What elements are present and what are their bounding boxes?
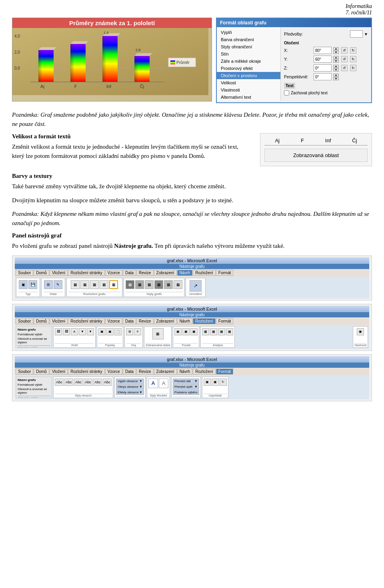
menu-styly[interactable]: Styly ohraničení (217, 43, 280, 50)
nazev-grafu-btn-2[interactable]: ▼ (79, 328, 86, 335)
tab-revize-3[interactable]: Revize (136, 369, 154, 375)
tab-rozlozeni-stranky-3[interactable]: Rozložení stránky (68, 369, 104, 375)
formatovat-vyber-3[interactable]: Formátovat výběr (18, 383, 50, 387)
tab-data-2[interactable]: Data (123, 318, 136, 324)
nazvy-os-btn-2[interactable]: ▼ (87, 328, 94, 335)
rozl-btn3[interactable]: ▦ (90, 280, 99, 289)
zachovat-checkbox[interactable] (284, 90, 289, 96)
rozl-btn4[interactable]: ▦ (100, 280, 108, 289)
skupina-btn[interactable]: ▣ (212, 379, 219, 386)
abc-btn3[interactable]: Abc (74, 379, 83, 386)
styl-btn2[interactable]: ▦ (135, 280, 144, 289)
tab-soubor-1[interactable]: Soubor (16, 270, 33, 276)
tab-vlozeni-2[interactable]: Vložení (50, 318, 68, 324)
z-spinner[interactable]: ▲ ▼ (333, 65, 339, 72)
tab-zobrazeni-3[interactable]: Zobrazení (154, 369, 177, 375)
persp-down[interactable]: ▼ (333, 77, 339, 80)
x-btn1[interactable]: ↺ (341, 47, 348, 54)
spojnice-btn-2[interactable]: ▦ (202, 328, 209, 335)
vypln-btn-3[interactable]: Výplň obrazce▼ (116, 379, 144, 384)
oblast-btn-2[interactable]: ▦ (152, 328, 164, 339)
menu-vlastnosti[interactable]: Vlastnosti (217, 86, 280, 94)
tab-rozlozeni-1[interactable]: Rozložení stránky (68, 270, 104, 276)
menu-velikost[interactable]: Velikost (217, 79, 280, 86)
obrys-btn-3[interactable]: Obrys obrazce▼ (116, 384, 144, 389)
data-btn1[interactable]: ⊞ (44, 280, 53, 289)
data-btn2[interactable]: ✎ (54, 280, 62, 289)
tab-format-2[interactable]: Formát (216, 318, 234, 324)
tab-format-3-active[interactable]: Formát (216, 369, 234, 375)
zmenit-typ-btn[interactable]: ▣ (19, 280, 28, 289)
obrazek-btn-2[interactable]: 🖼 (55, 328, 62, 335)
z-btn2[interactable]: ↻ (350, 65, 356, 71)
z-btn1[interactable]: ↺ (341, 65, 348, 71)
x-input[interactable] (314, 47, 332, 54)
y-btn2[interactable]: ↻ (350, 56, 356, 62)
menu-prostorovy[interactable]: Prostorový efekt (217, 65, 280, 72)
rozl-btn5-active[interactable]: ▦ (109, 280, 118, 289)
text-btn-2[interactable]: A (71, 328, 78, 335)
otocit-btn[interactable]: ↻ (220, 379, 227, 386)
zarovnat-btn[interactable]: ▣ (204, 379, 211, 386)
menu-alternativni[interactable]: Alternativní text (217, 94, 280, 101)
persp-spinner[interactable]: ▲ ▼ (333, 74, 339, 80)
rozl-btn1[interactable]: ▦ (71, 280, 80, 289)
z-input[interactable] (314, 64, 332, 72)
osy-btn-2[interactable]: ⊞ (126, 328, 133, 335)
obnovit-3[interactable]: Obnovit a srovnat se stylem (18, 387, 50, 395)
tab-domu-3[interactable]: Domů (34, 369, 49, 375)
tab-zobrazeni-1[interactable]: Zobrazení (154, 270, 177, 276)
rozl-btn2[interactable]: ▦ (80, 280, 89, 289)
tab-format-1[interactable]: Formát (216, 270, 234, 276)
tab-navrh-3[interactable]: Návrh (177, 369, 193, 375)
styl-btn1[interactable]: ▦ (126, 280, 134, 289)
legenda-btn-2[interactable]: ▣ (98, 328, 106, 335)
tab-vlozeni-3[interactable]: Vložení (50, 369, 68, 375)
sloupce-btn-2[interactable]: ▦ (218, 328, 225, 335)
styl-btn5[interactable]: ▦ (164, 280, 173, 289)
y-down[interactable]: ▼ (333, 60, 339, 63)
abc-btn5[interactable]: Abc (93, 379, 102, 386)
chybove-btn-2[interactable]: ▦ (226, 328, 233, 335)
perspektivne-input[interactable] (314, 73, 332, 80)
ulozit-sablonu-btn[interactable]: 💾 (28, 280, 37, 289)
tab-domu-2[interactable]: Domů (34, 318, 49, 324)
wordart-a1[interactable]: A (148, 379, 158, 388)
wordart-a2[interactable]: A (159, 379, 168, 388)
tab-vzorce-2[interactable]: Vzorce (105, 318, 122, 324)
tab-rozlozeni-grafu-1[interactable]: Rozložení (193, 270, 215, 276)
efekty-btn-3[interactable]: Efekty obrazce▼ (116, 390, 144, 395)
prenest-zpet-btn[interactable]: Přenést zpět▼ (173, 384, 199, 389)
tab-data-1[interactable]: Data (123, 270, 136, 276)
y-up[interactable]: ▲ (333, 56, 339, 59)
obrazek2-btn-2[interactable]: 🖼 (63, 328, 70, 335)
abc-btn2[interactable]: Abc (64, 379, 73, 386)
obnovit-2[interactable]: Obnovit a srovnat se stylem (18, 337, 50, 345)
stena-btn-2[interactable]: ▣ (174, 328, 182, 335)
prenest-dal-btn[interactable]: Přenést dál▼ (173, 379, 199, 384)
predvolby-input[interactable] (350, 30, 363, 38)
formatovat-vyber-2[interactable]: Formátovat výběr (18, 332, 50, 337)
prostorove-otoceni-btn-2[interactable]: ▣ (190, 328, 198, 335)
abc-btn6[interactable]: Abc (103, 379, 112, 386)
z-down[interactable]: ▼ (333, 68, 339, 72)
tab-soubor-2[interactable]: Soubor (16, 318, 33, 324)
styl-btn4[interactable]: ▦ (154, 280, 163, 289)
abc-btn4[interactable]: Abc (84, 379, 92, 386)
y-input[interactable] (314, 56, 332, 63)
styl-btn3[interactable]: ▦ (145, 280, 154, 289)
cary-btn-2[interactable]: ▦ (210, 328, 217, 335)
tab-vlozeni-1[interactable]: Vložení (50, 270, 68, 276)
abc-btn1[interactable]: Abc (55, 379, 64, 386)
x-btn2[interactable]: ↻ (350, 47, 356, 54)
vlastnosti-btn-2[interactable]: ▣ (357, 328, 364, 335)
x-up[interactable]: ▲ (333, 47, 339, 50)
tabulka-dat-btn-2[interactable]: 📋 (114, 328, 122, 335)
tab-vzorce-3[interactable]: Vzorce (105, 369, 122, 375)
x-spinner[interactable]: ▲ ▼ (333, 47, 339, 54)
menu-barva[interactable]: Barva ohraničení (217, 36, 280, 43)
menu-vypln[interactable]: Výplň (217, 29, 280, 36)
podokno-btn[interactable]: Podokno výběru (173, 390, 199, 395)
persp-up[interactable]: ▲ (333, 74, 339, 77)
popisky-dat-btn-2[interactable]: ▣ (106, 328, 114, 335)
